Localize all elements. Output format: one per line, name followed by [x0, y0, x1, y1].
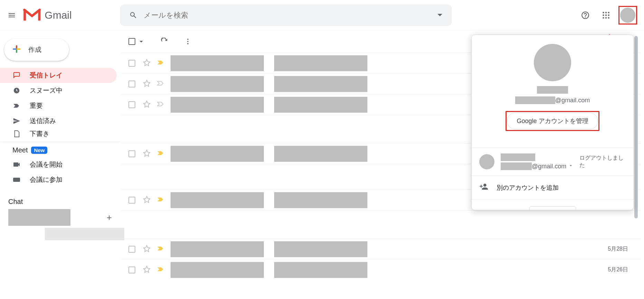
meet-start[interactable]: 会議を開始 — [0, 157, 121, 172]
sender-redacted — [171, 241, 264, 257]
row-checkbox[interactable] — [128, 101, 135, 108]
search-icon[interactable] — [125, 7, 142, 24]
chevron-down-icon[interactable] — [568, 163, 573, 169]
svg-point-4 — [608, 12, 609, 13]
sender-redacted — [171, 262, 264, 278]
chat-bubble-redacted — [45, 228, 124, 240]
important-marker[interactable] — [157, 197, 164, 204]
help-icon[interactable] — [577, 7, 594, 24]
nav-label: 重要 — [30, 101, 43, 110]
svg-rect-12 — [13, 178, 20, 182]
apps-icon[interactable] — [598, 7, 614, 24]
sender-redacted — [171, 146, 264, 162]
search-bar[interactable] — [120, 4, 452, 26]
row-checkbox[interactable] — [128, 81, 135, 87]
meet-join[interactable]: 会議に参加 — [0, 172, 121, 187]
important-marker[interactable] — [157, 267, 164, 273]
svg-rect-0 — [23, 10, 26, 20]
svg-point-15 — [187, 43, 189, 45]
star-icon[interactable] — [143, 80, 151, 88]
nav-drafts[interactable]: 下書き — [0, 129, 117, 139]
search-input[interactable] — [142, 11, 433, 19]
svg-point-13 — [187, 39, 189, 40]
send-icon — [12, 117, 21, 125]
compose-button[interactable]: 作成 — [4, 39, 69, 61]
mail-date: 5月26日 — [608, 266, 628, 273]
meet-heading: Meet New — [0, 146, 121, 154]
nav-important[interactable]: 重要 — [0, 98, 117, 113]
logout-button[interactable]: ログアウト — [529, 206, 576, 210]
mail-row[interactable]: 5月28日 — [121, 239, 641, 259]
new-badge: New — [31, 147, 47, 154]
subject-redacted — [274, 146, 367, 162]
popover-avatar[interactable] — [534, 44, 571, 81]
select-all-checkbox[interactable] — [128, 38, 135, 45]
important-marker[interactable] — [157, 101, 164, 108]
star-icon[interactable] — [143, 100, 151, 109]
star-icon[interactable] — [143, 245, 151, 254]
subject-redacted — [274, 97, 367, 113]
popover-scrollbar[interactable] — [634, 36, 638, 218]
inbox-icon — [12, 71, 21, 80]
manage-account-highlight: Google アカウントを管理 — [506, 111, 599, 131]
subject-redacted — [274, 241, 367, 257]
important-marker[interactable] — [157, 150, 164, 157]
gap-row — [121, 210, 641, 239]
menu-icon[interactable] — [3, 7, 20, 24]
logged-out-status: ログアウトしました — [579, 155, 626, 169]
other-email-redacted — [501, 162, 532, 170]
star-icon[interactable] — [143, 59, 151, 68]
nav-label: スヌーズ中 — [30, 86, 63, 95]
important-icon — [12, 102, 21, 110]
svg-point-2 — [603, 12, 604, 13]
select-dropdown[interactable] — [140, 41, 143, 43]
important-marker[interactable] — [157, 60, 164, 67]
row-checkbox[interactable] — [128, 60, 135, 67]
chat-heading: Chat — [0, 198, 121, 206]
sender-redacted — [171, 55, 264, 71]
clock-icon — [12, 86, 21, 95]
compose-label: 作成 — [28, 45, 41, 54]
manage-account-button[interactable]: Google アカウントを管理 — [507, 113, 597, 129]
star-icon[interactable] — [143, 149, 151, 158]
divider — [0, 142, 121, 142]
meet-start-label: 会議を開始 — [30, 160, 63, 169]
email-domain: @gmail.com — [555, 97, 590, 104]
mail-row[interactable]: 5月26日 — [121, 259, 641, 280]
chat-contact-redacted — [8, 209, 70, 226]
account-name-redacted — [537, 86, 568, 94]
account-avatar[interactable] — [620, 8, 635, 23]
chat-row[interactable]: + — [0, 209, 121, 226]
product-name: Gmail — [45, 9, 71, 21]
new-chat-button[interactable]: + — [107, 212, 112, 223]
search-options-dropdown[interactable] — [433, 8, 447, 22]
refresh-button[interactable] — [157, 34, 172, 49]
drafts-icon — [12, 130, 21, 138]
meet-join-label: 会議に参加 — [30, 175, 63, 184]
svg-point-3 — [605, 12, 607, 13]
nav-snoozed[interactable]: スヌーズ中 — [0, 83, 117, 98]
svg-point-6 — [605, 14, 607, 16]
important-marker[interactable] — [157, 81, 164, 87]
more-button[interactable] — [180, 34, 195, 49]
person-add-icon — [479, 182, 488, 193]
sender-redacted — [171, 192, 264, 208]
subject-redacted — [274, 55, 367, 71]
row-checkbox[interactable] — [128, 246, 135, 253]
other-account-row[interactable]: @gmail.com ログアウトしました — [472, 148, 633, 176]
star-icon[interactable] — [143, 265, 151, 274]
star-icon[interactable] — [143, 196, 151, 205]
svg-point-5 — [603, 14, 604, 16]
add-account-label: 別のアカウントを追加 — [497, 184, 559, 192]
row-checkbox[interactable] — [128, 150, 135, 157]
nav-inbox[interactable]: 受信トレイ — [0, 68, 117, 83]
add-account-button[interactable]: 別のアカウントを追加 — [472, 176, 633, 199]
mail-date: 5月28日 — [608, 245, 628, 253]
important-marker[interactable] — [157, 246, 164, 253]
gmail-logo[interactable]: Gmail — [23, 8, 72, 22]
nav-sent[interactable]: 送信済み — [0, 113, 117, 129]
other-account-avatar — [479, 154, 494, 169]
row-checkbox[interactable] — [128, 267, 135, 273]
nav-label: 受信トレイ — [30, 71, 63, 80]
row-checkbox[interactable] — [128, 197, 135, 204]
